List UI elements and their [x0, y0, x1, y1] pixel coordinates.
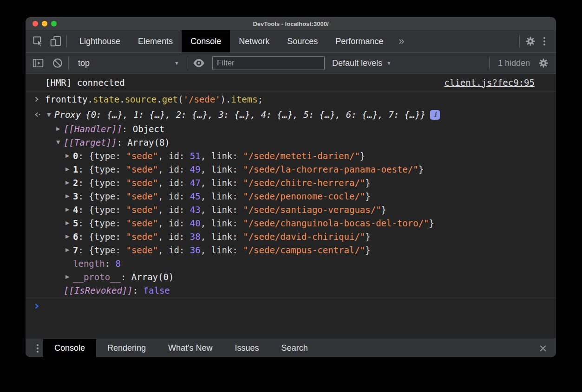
result-class-name: Proxy — [54, 109, 81, 120]
drawer-menu-kebab-icon[interactable] — [32, 339, 43, 357]
tree-token: type — [94, 178, 116, 188]
tree-token: [[Target]] — [64, 137, 117, 148]
expand-arrow-icon[interactable]: ▶ — [65, 180, 73, 186]
tree-token: : — [232, 218, 243, 228]
tab-issues[interactable]: Issues — [224, 339, 270, 357]
log-levels-select[interactable]: Default levels ▼ — [332, 58, 392, 68]
hidden-messages-count: 1 hidden — [498, 58, 530, 68]
inspect-element-icon[interactable] — [31, 34, 45, 48]
array-item-row[interactable]: ▶5: {type: "sede", id: 40, link: "/sede/… — [26, 216, 556, 230]
tree-row-isrevoked[interactable]: [[IsRevoked]]: false — [26, 283, 556, 297]
tree-token: : — [232, 191, 243, 201]
devtools-window: DevTools - localhost:3000/ LighthouseEle… — [26, 17, 556, 357]
tree-token: : { — [78, 231, 94, 242]
array-item-row[interactable]: ▶1: {type: "sede", id: 49, link: "/sede/… — [26, 162, 556, 176]
tab-network[interactable]: Network — [230, 30, 278, 52]
tree-token: 47 — [190, 178, 201, 188]
traffic-lights — [33, 21, 57, 26]
tree-token: "/sede/la-chorrera-panama-oeste/" — [243, 164, 419, 174]
tree-token: : — [179, 178, 190, 188]
tab-lighthouse[interactable]: Lighthouse — [71, 30, 129, 52]
array-item-row[interactable]: ▶3: {type: "sede", id: 45, link: "/sede/… — [26, 189, 556, 203]
tree-token: : — [116, 151, 126, 161]
tree-token: : { — [78, 218, 94, 228]
tree-token: "/sede/campus-central/" — [243, 245, 365, 255]
create-live-expression-eye-icon[interactable] — [192, 56, 206, 70]
close-drawer-icon[interactable] — [530, 339, 556, 357]
tree-row-proto[interactable]: ▶__proto__: Array(0) — [26, 270, 556, 283]
tree-token: , — [201, 218, 211, 228]
tab-console[interactable]: Console — [182, 30, 230, 52]
minimize-window-button[interactable] — [42, 21, 47, 26]
tree-token: "/sede/david-chiriqui/" — [243, 231, 365, 242]
chevron-down-icon: ▼ — [174, 60, 179, 66]
expand-arrow-icon[interactable]: ▶ — [65, 153, 73, 159]
tab-rendering[interactable]: Rendering — [96, 339, 157, 357]
tree-row-target[interactable]: ▼[[Target]]: Array(8) — [26, 135, 556, 149]
window-title: DevTools - localhost:3000/ — [26, 20, 556, 27]
tree-token: "sede" — [126, 191, 158, 201]
drawer-toolbar: ConsoleRenderingWhat's NewIssuesSearch — [26, 339, 556, 357]
info-icon[interactable]: i — [430, 110, 440, 120]
tab-elements[interactable]: Elements — [129, 30, 182, 52]
tree-token: : — [179, 218, 190, 228]
array-item-row[interactable]: ▶7: {type: "sede", id: 36, link: "/sede/… — [26, 243, 556, 257]
result-proxy-row[interactable]: ▼ Proxy {0: {…}, 1: {…}, 2: {…}, 3: {…},… — [26, 107, 556, 122]
expand-arrow-icon[interactable]: ▶ — [65, 274, 73, 280]
tree-row-handler[interactable]: ▶[[Handler]]: Object — [26, 122, 556, 135]
tree-token: type — [94, 191, 116, 201]
tree-token: : — [116, 218, 126, 228]
show-console-sidebar-icon[interactable] — [31, 56, 45, 70]
close-window-button[interactable] — [33, 21, 38, 26]
array-item-row[interactable]: ▶2: {type: "sede", id: 47, link: "/sede/… — [26, 176, 556, 189]
tree-token: length — [73, 258, 105, 269]
tree-token: , — [201, 151, 211, 161]
expand-arrow-icon[interactable]: ▶ — [56, 126, 64, 132]
tab-console[interactable]: Console — [43, 339, 96, 357]
console-prompt[interactable] — [26, 297, 556, 315]
tree-token: : — [133, 285, 144, 296]
tree-token: } — [381, 205, 386, 215]
expand-arrow-icon[interactable]: ▶ — [65, 166, 73, 172]
expand-arrow-icon[interactable]: ▶ — [65, 220, 73, 226]
more-tabs-icon[interactable]: » — [392, 30, 411, 52]
tab-sources[interactable]: Sources — [278, 30, 327, 52]
settings-gear-icon[interactable] — [523, 34, 537, 48]
toggle-device-toolbar-icon[interactable] — [49, 34, 63, 48]
expand-arrow-icon[interactable]: ▶ — [65, 233, 73, 239]
tab-performance[interactable]: Performance — [327, 30, 392, 52]
array-item-row[interactable]: ▶0: {type: "sede", id: 51, link: "/sede/… — [26, 149, 556, 162]
zoom-window-button[interactable] — [51, 21, 57, 26]
filter-input[interactable] — [212, 56, 325, 70]
tree-token: link — [211, 245, 233, 255]
tab-search[interactable]: Search — [270, 339, 319, 357]
expand-arrow-icon[interactable]: ▼ — [47, 112, 54, 118]
tree-token: 38 — [190, 231, 201, 242]
expand-arrow-icon[interactable]: ▼ — [56, 139, 64, 145]
tree-token: link — [211, 151, 233, 161]
array-item-row[interactable]: ▶6: {type: "sede", id: 38, link: "/sede/… — [26, 230, 556, 243]
expand-arrow-icon[interactable]: ▶ — [65, 247, 73, 253]
tree-token: , — [158, 218, 169, 228]
tree-token: false — [144, 285, 170, 296]
expand-arrow-icon[interactable]: ▶ — [65, 193, 73, 199]
source-location-link[interactable]: client.js?fec9:95 — [445, 77, 535, 88]
hmr-message-text: [HMR] connected — [45, 77, 125, 88]
clear-console-icon[interactable] — [51, 56, 65, 70]
tab-what-s-new[interactable]: What's New — [157, 339, 223, 357]
tree-row-length[interactable]: length: 8 — [26, 257, 556, 270]
tree-token: id — [169, 151, 179, 161]
console-settings-gear-icon[interactable] — [536, 56, 550, 70]
expand-arrow-icon[interactable]: ▶ — [65, 206, 73, 212]
tree-token: id — [169, 245, 179, 255]
chevron-down-icon: ▼ — [386, 60, 392, 66]
customize-devtools-kebab-icon[interactable] — [537, 34, 551, 48]
tree-token: : — [179, 164, 190, 174]
tree-token: : { — [78, 191, 94, 201]
javascript-context-select[interactable]: top ▼ — [72, 58, 184, 68]
tree-token: : — [232, 164, 243, 174]
tree-token: : — [179, 151, 190, 161]
array-item-row[interactable]: ▶4: {type: "sede", id: 43, link: "/sede/… — [26, 203, 556, 216]
tree-token: , — [201, 178, 211, 188]
tree-token: 7 — [73, 245, 78, 255]
